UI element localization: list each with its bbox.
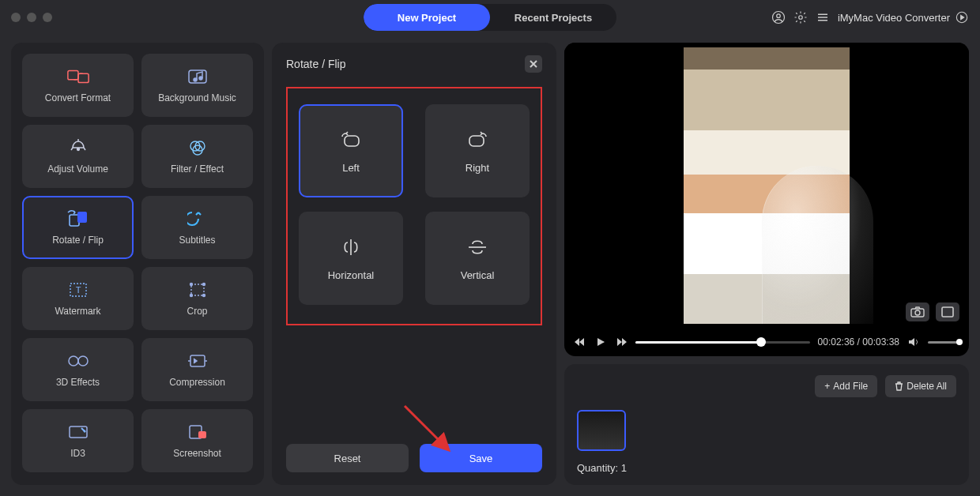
tab-recent-projects[interactable]: Recent Projects <box>490 4 616 31</box>
top-tabs: New Project Recent Projects <box>364 4 616 31</box>
tool-label: Subtitles <box>179 235 215 246</box>
svg-rect-30 <box>469 136 484 146</box>
rotate-option-horizontal[interactable]: Horizontal <box>299 212 403 305</box>
tool-filter-effect[interactable]: Filter / Effect <box>141 125 253 188</box>
svg-point-18 <box>190 284 192 286</box>
rotate-option-vertical[interactable]: Vertical <box>425 212 530 305</box>
volume-slider[interactable] <box>928 341 959 344</box>
snapshot-button[interactable] <box>906 302 929 321</box>
convert-icon <box>66 67 90 86</box>
time-display: 00:02:36 / 00:03:38 <box>818 336 899 348</box>
svg-rect-4 <box>67 71 77 80</box>
maximize-dot[interactable] <box>43 13 52 22</box>
rotate-option-right[interactable]: Right <box>425 104 530 197</box>
svg-point-26 <box>83 430 85 433</box>
tool-label: Watermark <box>55 306 100 317</box>
delete-all-button[interactable]: Delete All <box>885 375 956 397</box>
video-content <box>684 47 850 324</box>
tool-crop[interactable]: Crop <box>141 267 253 330</box>
svg-text:T: T <box>75 285 81 295</box>
fullscreen-button[interactable] <box>936 302 959 321</box>
crop-icon <box>186 280 209 299</box>
rotate-option-left[interactable]: Left <box>299 104 403 197</box>
svg-rect-33 <box>942 307 953 317</box>
tool-label: Filter / Effect <box>171 163 224 175</box>
panel-title: Rotate / Flip <box>286 58 345 70</box>
svg-rect-14 <box>77 212 87 223</box>
tool-label: Screenshot <box>173 448 221 459</box>
tool-adjust-volume[interactable]: Adjust Volume <box>22 125 134 188</box>
close-panel-button[interactable] <box>525 55 542 73</box>
svg-point-9 <box>77 148 79 151</box>
music-icon <box>186 67 209 86</box>
svg-rect-28 <box>198 431 206 438</box>
window-controls[interactable] <box>11 13 52 22</box>
rotate-right-icon <box>464 129 491 151</box>
tool-3d-effects[interactable]: 3D Effects <box>22 338 134 401</box>
svg-point-20 <box>190 295 192 297</box>
close-dot[interactable] <box>11 13 21 22</box>
queue-thumbnail[interactable] <box>577 410 626 451</box>
flip-h-icon <box>337 236 364 258</box>
trash-icon <box>895 381 903 391</box>
tool-background-music[interactable]: Background Music <box>141 54 253 117</box>
playback-controls: 00:02:36 / 00:03:38 <box>564 328 969 356</box>
tool-screenshot[interactable]: Screenshot <box>141 409 253 472</box>
app-play-icon <box>955 10 969 24</box>
tool-id3[interactable]: ID3 <box>22 409 134 472</box>
rotate-option-label: Right <box>466 162 489 174</box>
svg-point-22 <box>69 356 78 366</box>
tool-convert-format[interactable]: Convert Format <box>22 54 134 117</box>
svg-rect-29 <box>345 136 359 146</box>
minimize-dot[interactable] <box>27 13 36 22</box>
video-frame[interactable] <box>564 43 969 328</box>
save-button[interactable]: Save <box>420 444 542 472</box>
tool-watermark[interactable]: T Watermark <box>22 267 134 330</box>
tool-label: Adjust Volume <box>47 163 108 175</box>
rotate-option-label: Horizontal <box>328 269 375 281</box>
compress-icon <box>186 351 209 370</box>
tool-rotate-flip[interactable]: Rotate / Flip <box>22 196 134 259</box>
flip-v-icon <box>464 236 491 258</box>
rotate-option-label: Left <box>342 162 360 174</box>
prev-button[interactable] <box>574 336 586 348</box>
volume-icon[interactable] <box>907 336 920 348</box>
subtitles-icon <box>186 209 209 228</box>
menu-icon[interactable] <box>816 10 830 24</box>
tool-compression[interactable]: Compression <box>141 338 253 401</box>
next-button[interactable] <box>615 336 628 348</box>
add-file-button[interactable]: + Add File <box>815 375 877 397</box>
tools-sidebar: Convert Format Background Music Adjust V… <box>11 43 264 485</box>
tool-label: Background Music <box>158 92 236 103</box>
tool-label: Compression <box>169 377 225 388</box>
tool-label: Convert Format <box>45 92 111 103</box>
play-button[interactable] <box>594 336 607 348</box>
svg-rect-17 <box>191 284 204 295</box>
rotate-icon <box>66 209 90 228</box>
app-name: iMyMac Video Converter <box>838 12 950 24</box>
3d-icon <box>66 351 90 370</box>
svg-point-21 <box>202 295 205 297</box>
filter-icon <box>186 138 209 157</box>
tool-label: 3D Effects <box>56 377 100 388</box>
volume-icon <box>66 138 90 157</box>
plus-icon: + <box>824 381 830 392</box>
video-preview: 00:02:36 / 00:03:38 <box>564 43 969 356</box>
svg-point-2 <box>799 16 803 20</box>
tool-subtitles[interactable]: Subtitles <box>141 196 253 259</box>
quantity-value: 1 <box>621 462 627 474</box>
svg-point-1 <box>777 14 781 18</box>
account-icon[interactable] <box>771 10 786 24</box>
rotate-option-label: Vertical <box>461 269 495 281</box>
rotate-left-icon <box>337 129 364 151</box>
tool-label: Rotate / Flip <box>52 235 104 246</box>
svg-point-32 <box>915 310 920 315</box>
settings-icon[interactable] <box>793 10 808 24</box>
tool-label: ID3 <box>70 448 85 459</box>
rotate-options-group: Left Right Horizontal Vertical <box>286 87 542 325</box>
rotate-flip-panel: Rotate / Flip Left Right <box>272 43 556 485</box>
progress-bar[interactable] <box>635 341 810 344</box>
quantity-label: Quantity: <box>577 462 618 474</box>
reset-button[interactable]: Reset <box>286 444 409 472</box>
tab-new-project[interactable]: New Project <box>364 4 490 31</box>
